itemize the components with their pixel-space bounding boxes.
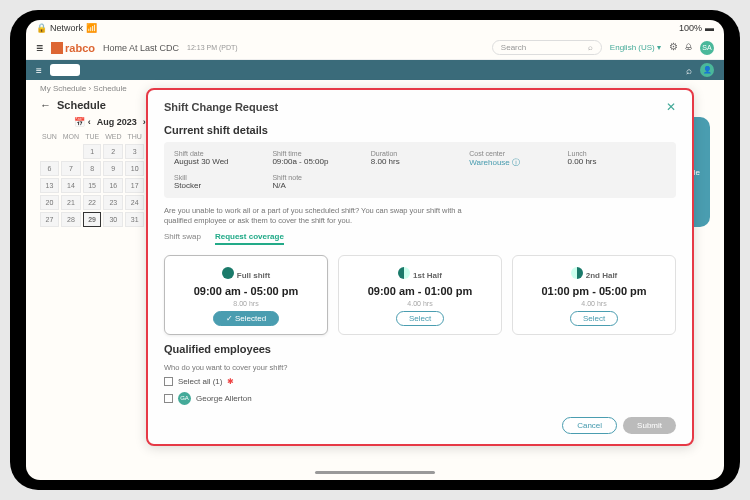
lock-icon: 🔒 [36, 23, 47, 33]
cal-day-29[interactable]: 29 [83, 212, 101, 227]
modal-title: Shift Change Request [164, 101, 278, 113]
battery-icon: ▬ [705, 23, 714, 33]
status-bar: 🔒 Network 📶 100% ▬ [26, 20, 724, 36]
brand-logo: rabco [51, 42, 95, 54]
full-shift-icon [222, 267, 234, 279]
nav-search-icon[interactable]: ⌕ [686, 65, 692, 76]
bell-icon[interactable]: 🕭 [684, 41, 694, 55]
employee-row[interactable]: GA George Allerton [164, 389, 676, 408]
location-name[interactable]: Home At Last CDC [103, 43, 179, 53]
tab-request-coverage[interactable]: Request coverage [215, 232, 284, 245]
menu-icon[interactable]: ≡ [36, 41, 43, 55]
cal-day-28[interactable]: 28 [61, 212, 81, 227]
submit-button[interactable]: Submit [623, 417, 676, 434]
cal-day-14[interactable]: 14 [61, 178, 81, 193]
search-input[interactable]: Search⌕ [492, 40, 602, 55]
nav-pill[interactable] [50, 64, 80, 76]
gear-icon[interactable]: ⚙ [669, 41, 678, 55]
cal-day-20[interactable]: 20 [40, 195, 59, 210]
card-first-half[interactable]: 1st Half 09:00 am - 01:00 pm 4.00 hrs Se… [338, 255, 502, 335]
cal-day-30[interactable]: 30 [103, 212, 123, 227]
cal-day-1[interactable]: 1 [83, 144, 101, 159]
employee-checkbox[interactable] [164, 394, 173, 403]
cal-day-23[interactable]: 23 [103, 195, 123, 210]
card-full-shift[interactable]: Full shift 09:00 am - 05:00 pm 8.00 hrs … [164, 255, 328, 335]
half2-icon [571, 267, 583, 279]
nav-menu-icon[interactable]: ≡ [36, 65, 42, 76]
location-time: 12:13 PM (PDT) [187, 44, 238, 51]
cal-day-17[interactable]: 17 [125, 178, 143, 193]
wifi-icon: 📶 [86, 23, 97, 33]
cal-day-13[interactable]: 13 [40, 178, 59, 193]
avatar[interactable]: SA [700, 41, 714, 55]
cal-month: Aug 2023 [97, 117, 137, 127]
cal-day-9[interactable]: 9 [103, 161, 123, 176]
section-current-shift: Current shift details [164, 120, 676, 142]
select-full-button[interactable]: ✓ Selected [213, 311, 279, 326]
language-selector[interactable]: English (US) ▾ [610, 43, 661, 52]
cal-day-15[interactable]: 15 [83, 178, 101, 193]
cal-day-3[interactable]: 3 [125, 144, 143, 159]
nav-avatar[interactable]: 👤 [700, 63, 714, 77]
card-second-half[interactable]: 2nd Half 01:00 pm - 05:00 pm 4.00 hrs Se… [512, 255, 676, 335]
cal-prev-icon[interactable]: 📅 ‹ [74, 117, 91, 127]
half1-icon [398, 267, 410, 279]
help-text: Are you unable to work all or a part of … [164, 198, 484, 230]
tab-shift-swap[interactable]: Shift swap [164, 232, 201, 245]
select-all-checkbox[interactable] [164, 377, 173, 386]
network-label: Network [50, 23, 83, 33]
required-icon: ✱ [227, 377, 234, 386]
cal-day-21[interactable]: 21 [61, 195, 81, 210]
cal-day-27[interactable]: 27 [40, 212, 59, 227]
cancel-button[interactable]: Cancel [562, 417, 617, 434]
select-half2-button[interactable]: Select [570, 311, 618, 326]
shift-change-modal: Shift Change Request ✕ Current shift det… [146, 88, 694, 446]
cal-day-6[interactable]: 6 [40, 161, 59, 176]
employee-avatar: GA [178, 392, 191, 405]
cal-day-31[interactable]: 31 [125, 212, 143, 227]
cal-day-22[interactable]: 22 [83, 195, 101, 210]
cal-day-10[interactable]: 10 [125, 161, 143, 176]
battery-label: 100% [679, 23, 702, 33]
cal-day-2[interactable]: 2 [103, 144, 123, 159]
cal-day-8[interactable]: 8 [83, 161, 101, 176]
cal-day-24[interactable]: 24 [125, 195, 143, 210]
section-qualified: Qualified employees [164, 339, 676, 361]
search-icon: ⌕ [588, 43, 593, 52]
select-half1-button[interactable]: Select [396, 311, 444, 326]
back-arrow-icon[interactable]: ← [40, 99, 51, 111]
nav-bar: ≡ ⌕ 👤 [26, 60, 724, 80]
cal-day-16[interactable]: 16 [103, 178, 123, 193]
cal-day-7[interactable]: 7 [61, 161, 81, 176]
app-header: ≡ rabco Home At Last CDC 12:13 PM (PDT) … [26, 36, 724, 60]
home-indicator[interactable] [315, 471, 435, 474]
close-icon[interactable]: ✕ [666, 100, 676, 114]
